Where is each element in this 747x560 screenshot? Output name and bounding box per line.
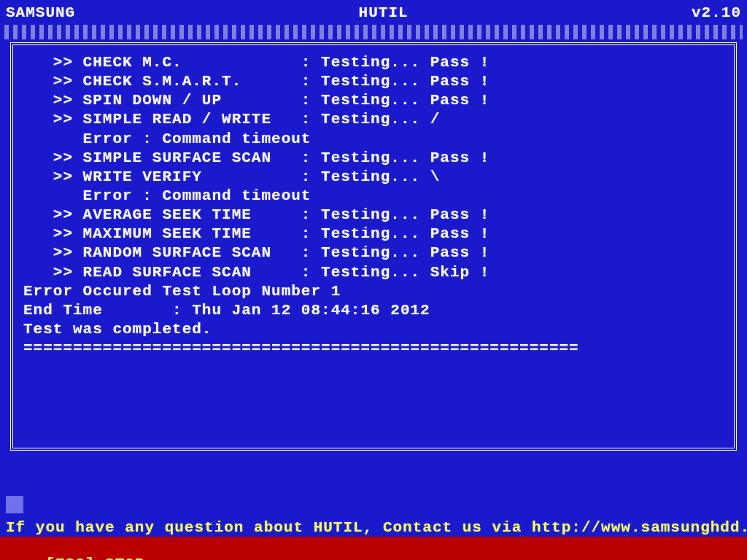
dos-screen: SAMSUNG HUTIL v2.10 >> CHECK M.C. : Test… <box>0 0 747 560</box>
cursor-row <box>0 494 747 515</box>
test-row: >> SPIN DOWN / UP : Testing... Pass ! <box>23 92 724 109</box>
esc-stop-label: [ESC] STOP <box>45 556 144 560</box>
test-row: >> CHECK S.M.A.R.T. : Testing... Pass ! <box>23 73 724 90</box>
test-row-error: Error : Command timeout <box>23 131 724 148</box>
summary-error-line: Error Occured Test Loop Number 1 <box>23 283 724 300</box>
test-row-error: Error : Command timeout <box>23 187 724 205</box>
results-panel: >> CHECK M.C. : Testing... Pass ! >> CHE… <box>10 42 737 451</box>
decorative-stripe <box>4 25 743 39</box>
summary-end-time: End Time : Thu Jan 12 08:44:16 2012 <box>23 302 724 319</box>
separator-line: ========================================… <box>23 340 724 357</box>
test-row: >> CHECK M.C. : Testing... Pass ! <box>23 54 724 71</box>
title-bar: SAMSUNG HUTIL v2.10 <box>0 0 747 23</box>
test-row: >> AVERAGE SEEK TIME : Testing... Pass ! <box>23 206 724 224</box>
version-label: v2.10 <box>692 4 741 22</box>
test-row: >> SIMPLE SURFACE SCAN : Testing... Pass… <box>23 149 724 167</box>
test-row: >> MAXIMUM SEEK TIME : Testing... Pass ! <box>23 225 724 243</box>
test-row: >> SIMPLE READ / WRITE : Testing... / <box>23 111 724 128</box>
test-row: >> RANDOM SURFACE SCAN : Testing... Pass… <box>23 244 724 262</box>
footer-esc-bar[interactable]: [ESC] STOP <box>0 537 747 560</box>
test-row: >> READ SURFACE SCAN : Testing... Skip ! <box>23 264 724 281</box>
cursor-block-icon <box>6 496 23 513</box>
app-title: HUTIL <box>359 4 409 22</box>
brand-label: SAMSUNG <box>6 4 75 22</box>
test-row: >> WRITE VERIFY : Testing... \ <box>23 168 724 186</box>
summary-completed: Test was completed. <box>23 321 724 338</box>
